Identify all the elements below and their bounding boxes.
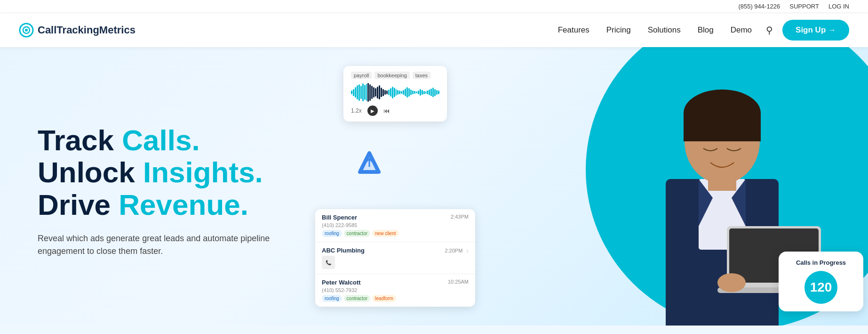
- logo[interactable]: CallTrackingMetrics: [19, 23, 135, 38]
- waveform: [351, 83, 439, 102]
- calls-progress-count: 120: [804, 271, 837, 304]
- call-name-3: Peter Walcott: [322, 279, 396, 286]
- call-tag-1-b: contractor: [344, 230, 370, 237]
- nav-solutions[interactable]: Solutions: [648, 25, 681, 35]
- call-number-3: (410) 552-7932: [322, 287, 396, 293]
- svg-rect-7: [684, 113, 761, 141]
- headline-track: Track: [38, 124, 122, 156]
- call-tag-3-c: leadform: [372, 295, 396, 302]
- calls-progress-widget: Calls in Progress 120: [779, 252, 863, 311]
- nav-demo[interactable]: Demo: [731, 25, 752, 35]
- search-icon: ⚲: [766, 25, 773, 35]
- call-item-1-details: Bill Spencer (410) 222-9585 roofing cont…: [322, 214, 399, 237]
- search-button[interactable]: ⚲: [766, 24, 773, 36]
- top-bar: (855) 944-1226 SUPPORT LOG IN: [0, 0, 868, 13]
- call-tag-1-a: roofing: [322, 230, 342, 237]
- call-arrow-2: ›: [466, 247, 469, 254]
- call-item-3: Peter Walcott (410) 552-7932 roofing con…: [315, 274, 475, 307]
- call-list-card: Bill Spencer (410) 222-9585 roofing cont…: [315, 209, 475, 307]
- nav-links: Features Pricing Solutions Blog Demo: [558, 25, 752, 35]
- logo-icon: [19, 23, 34, 38]
- nav-blog[interactable]: Blog: [698, 25, 714, 35]
- svg-point-12: [717, 273, 746, 292]
- hero-subtext: Reveal which ads generate great leads an…: [38, 232, 273, 258]
- google-ads-icon: [355, 148, 383, 177]
- call-tag-3-a: roofing: [322, 295, 342, 302]
- tag-payroll: payroll: [351, 72, 372, 79]
- call-item-2: ABC Plumbing 📞 2:20PM ›: [315, 242, 475, 274]
- phone-number[interactable]: (855) 944-1226: [738, 3, 780, 10]
- navbar: CallTrackingMetrics Features Pricing Sol…: [0, 13, 868, 47]
- svg-point-14: [684, 167, 688, 172]
- ads-floating-icon: [353, 146, 386, 179]
- hero-headline: Track Calls. Unlock Insights. Drive Reve…: [38, 124, 306, 221]
- play-button[interactable]: ▶: [367, 106, 378, 116]
- tag-taxes: taxes: [413, 72, 430, 79]
- headline-drive: Drive: [38, 188, 119, 221]
- signup-label: Sign Up →: [796, 25, 836, 35]
- logo-text: CallTrackingMetrics: [38, 24, 135, 36]
- headline-revenue: Revenue.: [119, 188, 248, 221]
- login-link[interactable]: LOG IN: [828, 3, 849, 10]
- call-time-3: 10:25AM: [448, 279, 469, 285]
- audio-card: payroll bookkeeping taxes: [343, 66, 447, 122]
- call-number-1: (410) 222-9585: [322, 222, 399, 228]
- call-icon-2: 📞: [322, 256, 335, 269]
- svg-point-2: [25, 29, 28, 32]
- headline-insights: Insights.: [143, 156, 263, 188]
- headline-unlock: Unlock: [38, 156, 143, 188]
- playback-speed[interactable]: 1.2x: [351, 107, 362, 114]
- call-item-2-details: ABC Plumbing 📞: [322, 247, 365, 269]
- tag-bookkeeping: bookkeeping: [374, 72, 409, 79]
- skip-back-icon[interactable]: ⏮: [383, 107, 390, 114]
- audio-controls: 1.2x ▶ ⏮: [351, 106, 439, 116]
- headline-calls: Calls.: [122, 124, 199, 156]
- nav-features[interactable]: Features: [558, 25, 589, 35]
- call-tags-3: roofing contractor leadform: [322, 295, 396, 302]
- nav-pricing[interactable]: Pricing: [606, 25, 631, 35]
- signup-button[interactable]: Sign Up →: [782, 20, 849, 41]
- audio-tags: payroll bookkeeping taxes: [351, 72, 439, 79]
- call-tag-1-c: new client: [372, 230, 398, 237]
- calls-progress-label: Calls in Progress: [788, 259, 854, 266]
- call-time-2: 2:20PM: [445, 248, 462, 253]
- call-item-1: Bill Spencer (410) 222-9585 roofing cont…: [315, 209, 475, 242]
- call-time-1: 2:43PM: [451, 214, 469, 220]
- hero-left: Track Calls. Unlock Insights. Drive Reve…: [0, 47, 306, 326]
- call-tag-3-b: contractor: [344, 295, 370, 302]
- call-item-3-details: Peter Walcott (410) 552-7932 roofing con…: [322, 279, 396, 302]
- support-link[interactable]: SUPPORT: [789, 3, 819, 10]
- call-name-2: ABC Plumbing: [322, 247, 365, 254]
- hero-section: Track Calls. Unlock Insights. Drive Reve…: [0, 47, 868, 326]
- hero-right: payroll bookkeeping taxes: [306, 47, 868, 326]
- call-name-1: Bill Spencer: [322, 214, 399, 221]
- call-tags-1: roofing contractor new client: [322, 230, 399, 237]
- svg-rect-8: [708, 177, 736, 191]
